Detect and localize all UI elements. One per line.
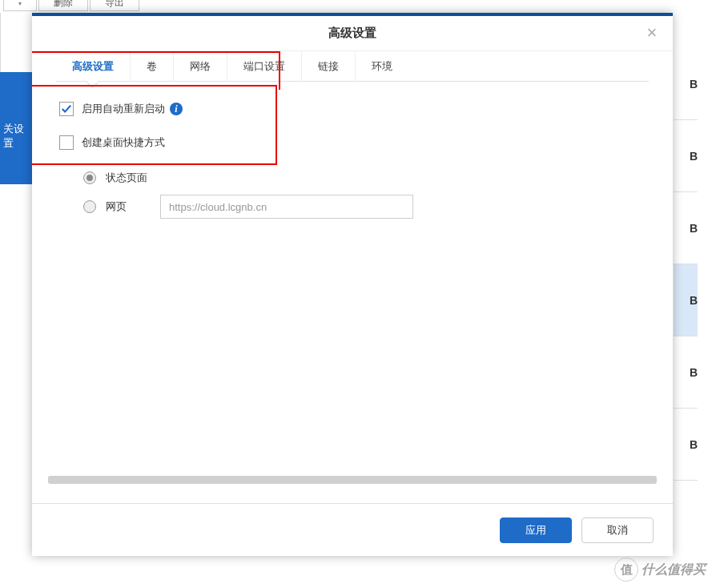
tab-advanced[interactable]: 高级设置 — [56, 51, 131, 82]
horizontal-scrollbar[interactable] — [48, 476, 657, 484]
sidebar-label: 关设置 — [3, 123, 24, 149]
background-sidebar: 关设置 — [0, 72, 32, 184]
close-icon[interactable]: × — [642, 24, 662, 43]
shortcut-radio-group: 状态页面 网页 — [83, 167, 646, 218]
check-icon — [61, 103, 72, 115]
modal-header: 高级设置 × — [32, 16, 673, 51]
modal-title: 高级设置 — [328, 26, 376, 41]
shortcut-row: 创建桌面快捷方式 — [59, 133, 646, 152]
shortcut-checkbox[interactable] — [59, 135, 74, 150]
watermark: 值 什么值得买 — [614, 558, 706, 582]
radio-web-row: 网页 — [83, 195, 646, 218]
bg-right-row: B — [674, 120, 698, 192]
watermark-text: 什么值得买 — [642, 562, 706, 578]
bg-tool-export[interactable]: 导出 — [90, 0, 139, 11]
modal-body: 高级设置 卷 网络 端口设置 链接 环境 启用自动重新启动 i 创建桌面快捷方式 — [32, 51, 673, 503]
radio-status-label: 状态页面 — [106, 171, 160, 185]
bg-right-row: B — [674, 336, 698, 409]
apply-button[interactable]: 应用 — [500, 518, 572, 543]
auto-restart-checkbox[interactable] — [59, 102, 74, 116]
tab-network[interactable]: 网络 — [174, 51, 227, 82]
radio-web[interactable] — [83, 200, 96, 213]
watermark-badge-icon: 值 — [614, 558, 638, 582]
web-url-input[interactable] — [160, 195, 413, 219]
radio-status[interactable] — [83, 171, 96, 184]
shortcut-label: 创建桌面快捷方式 — [82, 135, 165, 150]
auto-restart-label: 启用自动重新启动 — [82, 102, 165, 116]
background-right-column: B B B B B B — [674, 48, 698, 588]
bg-right-row: B — [674, 48, 698, 120]
bg-right-row: B — [674, 409, 698, 481]
modal-footer: 应用 取消 — [32, 503, 673, 556]
radio-web-label: 网页 — [106, 199, 160, 214]
tab-env[interactable]: 环境 — [356, 51, 408, 82]
tab-links[interactable]: 链接 — [302, 51, 356, 82]
tab-volume[interactable]: 卷 — [131, 51, 174, 82]
background-toolbar: 删除 导出 — [0, 0, 712, 13]
tab-port[interactable]: 端口设置 — [227, 51, 302, 82]
bg-right-row: B — [674, 192, 698, 264]
info-icon[interactable]: i — [170, 103, 183, 115]
auto-restart-row: 启用自动重新启动 i — [59, 99, 646, 119]
bg-tool-delete[interactable]: 删除 — [38, 0, 88, 11]
bg-right-row: B — [674, 264, 698, 336]
radio-status-row: 状态页面 — [83, 167, 646, 189]
advanced-settings-modal: 高级设置 × 高级设置 卷 网络 端口设置 链接 环境 启用自动重新启动 i — [32, 13, 673, 556]
bg-tool-dropdown[interactable] — [3, 0, 37, 11]
form-area: 启用自动重新启动 i 创建桌面快捷方式 状态页面 网页 — [48, 82, 657, 218]
cancel-button[interactable]: 取消 — [581, 518, 654, 543]
tab-bar: 高级设置 卷 网络 端口设置 链接 环境 — [56, 51, 649, 82]
